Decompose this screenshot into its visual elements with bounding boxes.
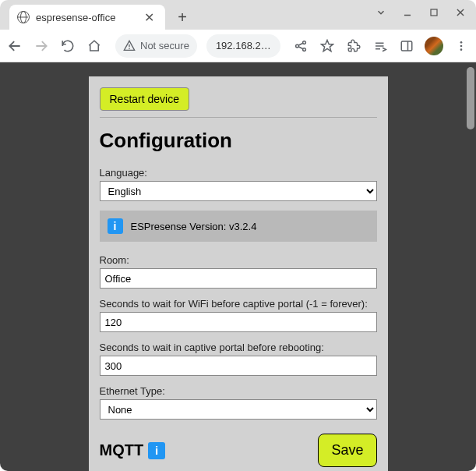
scrollbar-thumb[interactable] [467, 67, 474, 129]
close-window-button[interactable] [451, 3, 470, 22]
room-input[interactable] [100, 268, 377, 289]
version-text: ESPresense Version: v3.2.4 [131, 221, 257, 232]
info-icon: i [108, 218, 123, 234]
svg-rect-17 [401, 41, 412, 51]
back-button[interactable] [6, 37, 23, 55]
ethernet-select[interactable]: None [100, 399, 377, 420]
language-label: Language: [100, 167, 377, 179]
svg-point-7 [129, 48, 130, 49]
room-field: Room: [100, 254, 377, 289]
bookmark-icon[interactable] [319, 37, 336, 55]
svg-marker-13 [322, 40, 333, 51]
sidepanel-icon[interactable] [398, 37, 415, 55]
browser-toolbar: Not secure 192.168.2… [0, 30, 476, 62]
new-tab-button[interactable]: + [171, 6, 193, 28]
portal-timeout-input[interactable] [100, 356, 377, 376]
share-icon[interactable] [292, 37, 309, 55]
minimize-button[interactable] [398, 3, 417, 22]
menu-icon[interactable] [453, 37, 470, 55]
warning-icon [123, 40, 136, 52]
divider [100, 117, 377, 118]
svg-rect-1 [431, 9, 437, 16]
version-info: i ESPresense Version: v3.2.4 [100, 211, 377, 242]
security-label: Not secure [140, 40, 189, 51]
svg-line-11 [298, 43, 303, 45]
info-icon[interactable]: i [148, 442, 165, 459]
save-button[interactable]: Save [318, 434, 376, 467]
svg-point-21 [460, 48, 463, 51]
page-title: Configuration [100, 129, 377, 153]
home-button[interactable] [86, 37, 103, 55]
room-label: Room: [100, 254, 377, 266]
maximize-button[interactable] [425, 3, 443, 22]
svg-point-19 [460, 41, 463, 44]
wifi-timeout-input[interactable] [100, 312, 377, 332]
ethernet-field: Ethernet Type: None [100, 385, 377, 420]
wifi-timeout-label: Seconds to wait for WiFi before captive … [100, 298, 377, 310]
window-titlebar: espresense-office ✕ + [0, 0, 476, 30]
ethernet-label: Ethernet Type: [100, 385, 377, 397]
svg-point-20 [460, 44, 463, 47]
tab-title: espresense-office [36, 12, 135, 23]
globe-icon [17, 11, 30, 23]
language-select[interactable]: English [100, 181, 377, 201]
address-bar[interactable]: 192.168.2… [206, 34, 280, 58]
wifi-timeout-field: Seconds to wait for WiFi before captive … [100, 298, 377, 332]
portal-timeout-field: Seconds to wait in captive portal before… [100, 342, 377, 376]
forward-button[interactable] [33, 37, 50, 55]
browser-tab[interactable]: espresense-office ✕ [9, 5, 165, 30]
page-viewport: Restart device Configuration Language: E… [0, 62, 476, 471]
extensions-icon[interactable] [345, 37, 362, 55]
restart-device-button[interactable]: Restart device [100, 87, 189, 111]
reload-button[interactable] [59, 37, 76, 55]
media-icon[interactable] [372, 37, 389, 55]
svg-line-12 [298, 46, 303, 48]
window-controls [372, 3, 470, 22]
url-text: 192.168.2… [216, 40, 271, 51]
language-field: Language: English [100, 167, 377, 201]
chevron-down-icon[interactable] [372, 3, 390, 22]
mqtt-section-header: MQTT i Save [100, 434, 377, 467]
mqtt-heading: MQTT [100, 441, 144, 459]
config-panel: Restart device Configuration Language: E… [89, 76, 388, 471]
portal-timeout-label: Seconds to wait in captive portal before… [100, 342, 377, 353]
close-tab-button[interactable]: ✕ [141, 10, 157, 25]
security-chip[interactable]: Not secure [115, 34, 197, 58]
profile-avatar[interactable] [425, 37, 443, 55]
